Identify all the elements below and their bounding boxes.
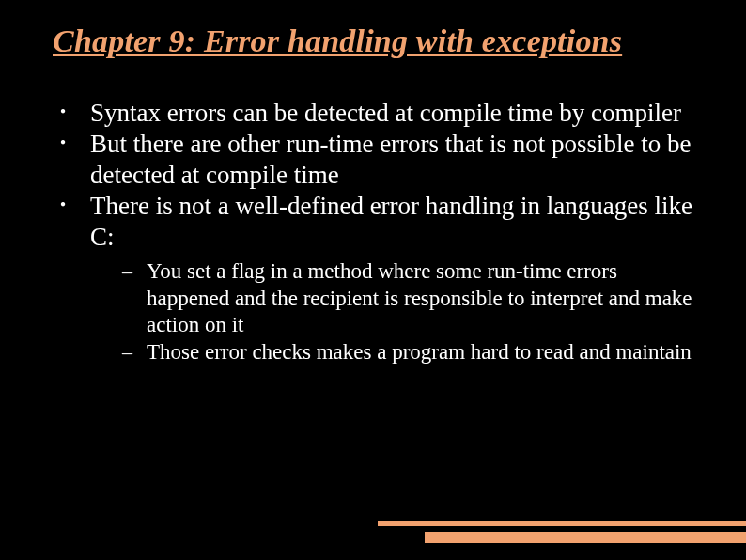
bullet-text: Syntax errors can be detected at compile… bbox=[90, 99, 681, 127]
list-item: You set a flag in a method where some ru… bbox=[90, 258, 697, 339]
footer-decoration bbox=[378, 521, 746, 543]
sub-bullet-text: You set a flag in a method where some ru… bbox=[147, 259, 692, 337]
bullet-text: But there are other run-time errors that… bbox=[90, 130, 692, 189]
bullet-list: Syntax errors can be detected at compile… bbox=[53, 98, 708, 366]
slide-title: Chapter 9: Error handling with exception… bbox=[53, 23, 708, 60]
accent-bar bbox=[378, 521, 746, 526]
list-item: Those error checks makes a program hard … bbox=[90, 339, 697, 366]
list-item: But there are other run-time errors that… bbox=[53, 129, 697, 191]
list-item: Syntax errors can be detected at compile… bbox=[53, 98, 697, 129]
sub-bullet-list: You set a flag in a method where some ru… bbox=[90, 258, 697, 366]
list-item: There is not a well-defined error handli… bbox=[53, 191, 697, 366]
accent-bar bbox=[425, 532, 746, 543]
slide: Chapter 9: Error handling with exception… bbox=[0, 0, 746, 560]
bullet-text: There is not a well-defined error handli… bbox=[90, 192, 692, 251]
sub-bullet-text: Those error checks makes a program hard … bbox=[147, 340, 692, 364]
